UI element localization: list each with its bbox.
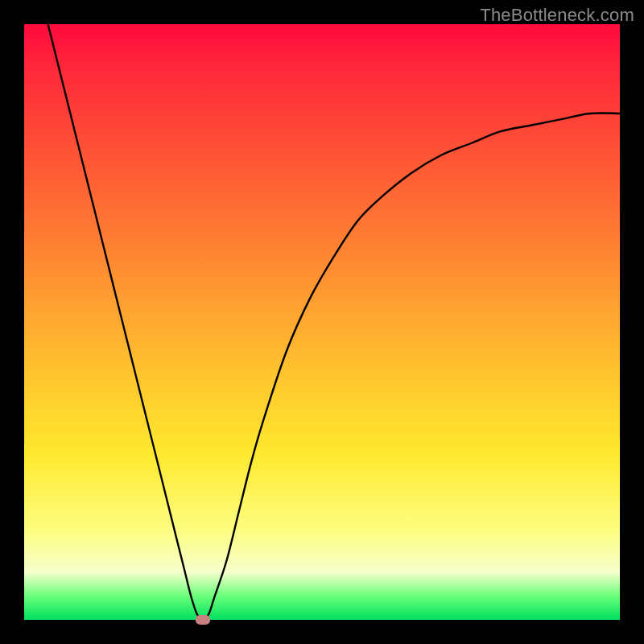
bottleneck-curve xyxy=(24,24,620,620)
plot-area xyxy=(24,24,620,620)
chart-frame: TheBottleneck.com xyxy=(0,0,644,644)
watermark-text: TheBottleneck.com xyxy=(480,5,634,26)
min-marker xyxy=(196,615,210,625)
curve-path xyxy=(48,24,620,620)
